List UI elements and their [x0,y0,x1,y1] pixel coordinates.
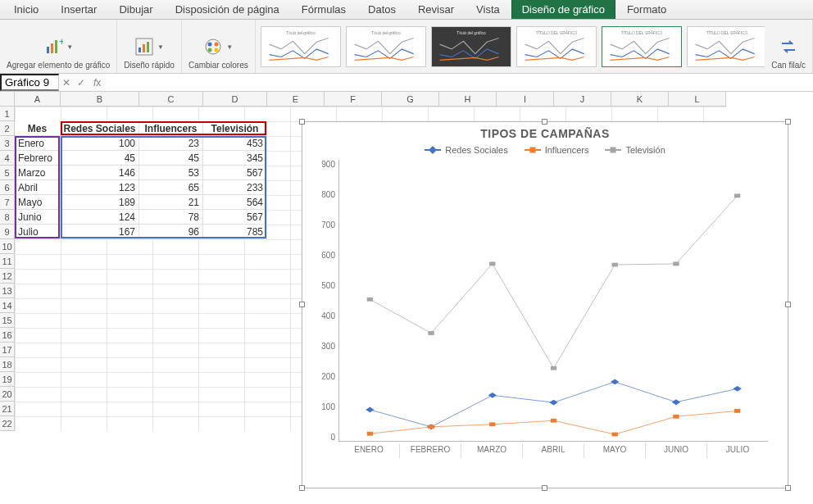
row-header[interactable]: 3 [0,136,15,151]
data-marker[interactable] [612,433,618,437]
chart-style-thumb[interactable]: Título del gráfico [261,26,341,67]
row-header[interactable]: 1 [0,107,15,121]
tab-formato[interactable]: Formato [616,0,677,19]
cell[interactable]: 189 [61,195,139,210]
row-header[interactable]: 11 [0,254,15,269]
column-header[interactable]: E [267,92,325,107]
resize-handle[interactable] [299,119,305,125]
data-marker[interactable] [673,262,679,266]
column-header[interactable]: C [139,92,203,107]
tab-revisar[interactable]: Revisar [407,0,465,19]
cell[interactable]: 53 [139,166,203,180]
cell[interactable]: Febrero [15,151,61,166]
cell[interactable]: 146 [61,166,139,180]
cell[interactable]: Junio [15,210,61,225]
cell[interactable]: Mayo [15,195,61,210]
chart-style-thumb[interactable]: TÍTULO DEL GRÁFICO [687,26,765,67]
switch-row-col-button[interactable]: Can fila/c [765,20,813,73]
row-header[interactable]: 20 [0,387,15,402]
series-line[interactable] [370,411,737,434]
data-marker[interactable] [366,406,374,412]
row-header[interactable]: 21 [0,402,15,416]
cell[interactable]: 45 [139,151,203,166]
column-header[interactable]: I [497,92,554,107]
cell[interactable]: 96 [139,225,203,239]
cell[interactable]: 345 [203,151,267,166]
legend-item[interactable]: Televisión [605,145,665,155]
column-header[interactable]: J [554,92,611,107]
select-all-corner[interactable] [0,92,15,107]
resize-handle[interactable] [299,302,305,307]
cell[interactable]: 78 [139,210,203,225]
data-marker[interactable] [549,400,557,406]
data-marker[interactable] [367,297,373,302]
tab-inicio[interactable]: Inicio [3,0,49,19]
cell[interactable]: 123 [61,180,139,195]
cell[interactable]: 567 [203,210,267,225]
row-header[interactable]: 16 [0,328,15,343]
chart-style-thumb[interactable]: TÍTULO DEL GRÁFICO [516,26,597,67]
chart-style-thumb[interactable]: TÍTULO DEL GRÁFICO [602,26,682,67]
row-header[interactable]: 22 [0,416,15,431]
cell[interactable]: 785 [203,225,267,239]
data-marker[interactable] [551,366,556,370]
data-marker[interactable] [488,393,497,398]
row-header[interactable]: 6 [0,180,15,195]
row-header[interactable]: 10 [0,239,15,254]
column-header[interactable]: B [61,92,139,107]
cell[interactable]: 453 [203,136,267,151]
cell[interactable]: 567 [203,166,267,180]
cell[interactable]: Redes Sociales [61,121,139,136]
data-marker[interactable] [673,415,679,419]
cell[interactable]: 167 [61,225,139,239]
cell[interactable]: Televisión [203,121,267,136]
tab-vista[interactable]: Vista [466,0,511,19]
cell[interactable]: 23 [139,136,203,151]
chart-legend[interactable]: Redes SocialesInfluencersTelevisión [302,140,788,160]
change-colors-button[interactable]: ▼ Cambiar colores [182,20,256,73]
cell[interactable]: Influencers [139,121,203,136]
tab-disposición-de-página[interactable]: Disposición de página [165,0,290,19]
resize-handle[interactable] [785,119,791,125]
row-header[interactable]: 5 [0,166,15,180]
legend-item[interactable]: Redes Sociales [425,145,507,155]
data-marker[interactable] [612,263,618,267]
column-header[interactable]: D [203,92,267,107]
column-header[interactable]: F [325,92,382,107]
formula-input[interactable] [106,74,813,91]
data-marker[interactable] [734,409,740,413]
resize-handle[interactable] [542,485,547,491]
chart-style-thumb[interactable]: Título del gráfico [431,26,511,67]
cell[interactable]: Julio [15,225,61,239]
tab-datos[interactable]: Datos [357,0,406,19]
data-marker[interactable] [733,386,741,392]
column-header[interactable]: A [15,92,61,107]
quick-layout-button[interactable]: ▼ Diseño rápido [117,20,182,73]
row-header[interactable]: 2 [0,121,15,136]
data-marker[interactable] [611,379,619,385]
data-marker[interactable] [428,425,434,429]
cell[interactable]: 564 [203,195,267,210]
data-marker[interactable] [489,262,495,266]
resize-handle[interactable] [785,485,791,491]
row-header[interactable]: 13 [0,284,15,298]
column-header[interactable]: K [611,92,669,107]
cell[interactable]: Marzo [15,166,61,180]
row-header[interactable]: 17 [0,343,15,357]
tab-insertar[interactable]: Insertar [50,0,107,19]
row-header[interactable]: 7 [0,195,15,210]
data-marker[interactable] [367,432,373,436]
cell[interactable]: Enero [15,136,61,151]
cell[interactable]: Abril [15,180,61,195]
data-marker[interactable] [672,399,680,405]
name-box[interactable] [0,74,59,91]
chart-object[interactable]: TIPOS DE CAMPAÑAS Redes SocialesInfluenc… [302,121,788,488]
legend-item[interactable]: Influencers [525,145,589,155]
row-header[interactable]: 9 [0,225,15,239]
resize-handle[interactable] [299,485,305,491]
tab-diseño-de-gráfico[interactable]: Diseño de gráfico [511,0,615,19]
row-header[interactable]: 18 [0,357,15,372]
add-chart-element-button[interactable]: + ▼ Agregar elemento de gráfico [0,20,117,73]
chart-style-thumb[interactable]: Título del gráfico [346,26,426,67]
resize-handle[interactable] [785,302,791,307]
